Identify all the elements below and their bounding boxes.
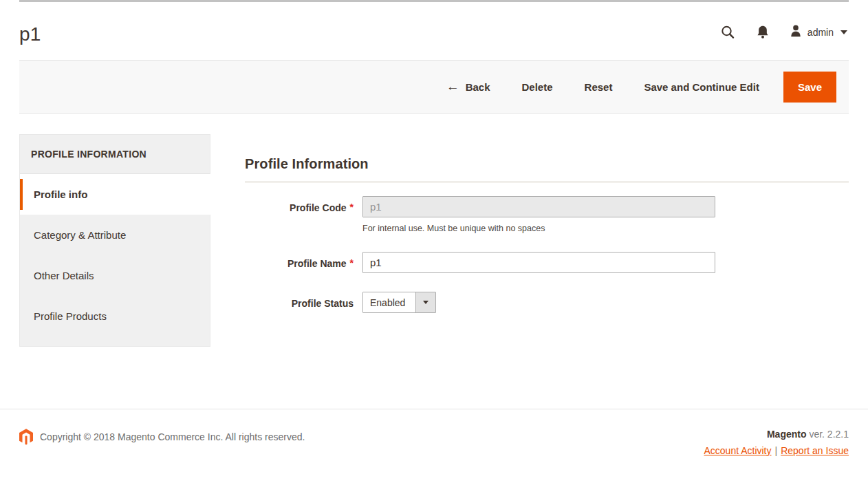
sidebar-item-category-attribute[interactable]: Category & Attribute: [20, 215, 210, 255]
profile-status-row: Profile Status Enabled: [245, 292, 849, 313]
user-icon: [789, 24, 803, 41]
version-line: Magento ver. 2.2.1: [704, 429, 849, 440]
profile-name-input[interactable]: [362, 252, 715, 273]
save-button[interactable]: Save: [783, 72, 836, 103]
search-button[interactable]: [720, 23, 735, 42]
page-actions-toolbar: ← Back Delete Reset Save and Continue Ed…: [19, 60, 849, 114]
back-arrow-icon: ←: [446, 80, 459, 93]
sidebar-title: PROFILE INFORMATION: [20, 135, 210, 174]
sidebar-item-other-details[interactable]: Other Details: [20, 255, 210, 296]
brand-name: Magento: [767, 429, 807, 440]
notifications-button[interactable]: [756, 23, 770, 42]
profile-code-note: For internal use. Must be unique with no…: [362, 224, 715, 233]
form-section-heading: Profile Information: [245, 156, 849, 172]
page-title: p1: [19, 23, 41, 45]
delete-button[interactable]: Delete: [506, 81, 569, 93]
magento-logo-icon: [19, 429, 33, 445]
profile-code-label: Profile Code: [290, 202, 346, 213]
link-separator: |: [775, 445, 778, 456]
account-activity-link[interactable]: Account Activity: [704, 445, 771, 456]
profile-name-row: Profile Name*: [245, 252, 849, 273]
profile-name-label: Profile Name: [287, 258, 347, 269]
chevron-down-icon: [423, 301, 428, 304]
profile-code-row: Profile Code* For internal use. Must be …: [245, 196, 849, 233]
username-label: admin: [807, 27, 834, 38]
profile-status-label: Profile Status: [292, 298, 354, 309]
version-text: ver. 2.2.1: [807, 429, 849, 440]
select-dropdown-button[interactable]: [415, 292, 435, 312]
reset-button[interactable]: Reset: [569, 81, 629, 93]
main-content: PROFILE INFORMATION Profile info Categor…: [19, 134, 849, 409]
bell-icon: [756, 25, 770, 40]
chevron-down-icon: [840, 30, 847, 34]
sidebar-item-profile-info[interactable]: Profile info: [20, 174, 210, 215]
profile-code-input: [362, 196, 715, 217]
profile-status-select[interactable]: Enabled: [362, 292, 436, 313]
required-asterisk: *: [350, 257, 354, 268]
save-and-continue-button[interactable]: Save and Continue Edit: [628, 81, 775, 93]
sidebar-item-profile-products[interactable]: Profile Products: [20, 296, 210, 336]
copyright-text: Copyright © 2018 Magento Commerce Inc. A…: [40, 431, 305, 442]
back-button-label: Back: [466, 81, 490, 93]
header-actions: admin: [699, 23, 847, 42]
profile-nav-sidebar: PROFILE INFORMATION Profile info Categor…: [19, 134, 210, 347]
page-header: p1 admin: [19, 0, 849, 60]
profile-status-value: Enabled: [363, 292, 415, 312]
admin-user-menu[interactable]: admin: [789, 24, 847, 41]
profile-information-form: Profile Information Profile Code* For in…: [210, 134, 849, 409]
sidebar-nav-list: Profile info Category & Attribute Other …: [20, 174, 210, 336]
required-asterisk: *: [350, 202, 354, 213]
search-icon: [720, 25, 735, 40]
report-issue-link[interactable]: Report an Issue: [781, 445, 849, 456]
page-footer: Copyright © 2018 Magento Commerce Inc. A…: [0, 409, 868, 456]
back-button[interactable]: ← Back: [431, 80, 506, 94]
section-divider: [245, 182, 849, 182]
